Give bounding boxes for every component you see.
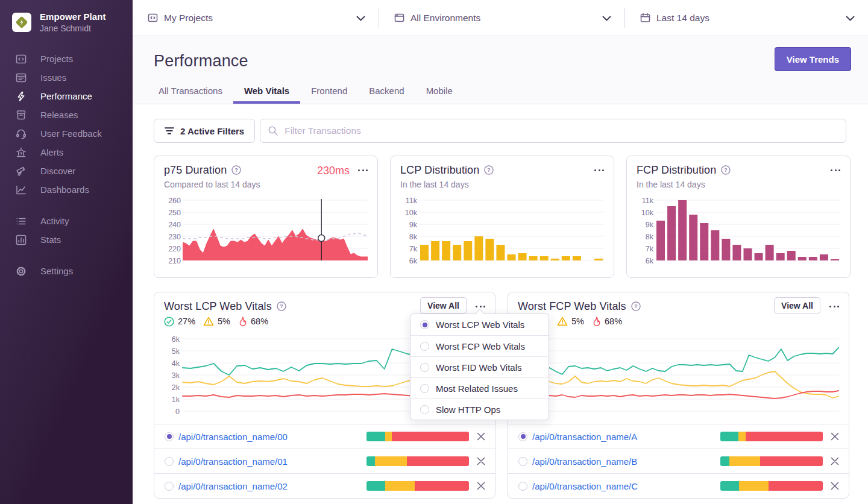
transaction-radio[interactable] bbox=[518, 457, 527, 466]
poor-vitals-badge: 68% bbox=[238, 317, 268, 327]
help-icon[interactable]: ? bbox=[277, 301, 286, 311]
transaction-radio[interactable] bbox=[165, 432, 174, 441]
svg-text:4k: 4k bbox=[172, 359, 180, 368]
sidebar-item-alerts[interactable]: Alerts bbox=[0, 143, 133, 162]
tab-all-transactions[interactable]: All Transactions bbox=[148, 86, 233, 104]
worst-fcp-chart: 6k5k4k3k2k1k0 bbox=[518, 334, 839, 418]
menu-item-most-related-issues[interactable]: Most Related Issues bbox=[410, 377, 549, 398]
help-icon[interactable]: ? bbox=[484, 165, 494, 175]
ellipsis-menu-icon[interactable] bbox=[358, 168, 368, 172]
svg-text:?: ? bbox=[280, 303, 283, 309]
view-trends-button[interactable]: View Trends bbox=[775, 47, 851, 71]
tab-frontend[interactable]: Frontend bbox=[300, 86, 358, 104]
menu-item-worst-lcp[interactable]: Worst LCP Web Vitals bbox=[410, 314, 549, 335]
sidebar-item-projects[interactable]: Projects bbox=[0, 49, 133, 68]
active-filters-button[interactable]: 2 Active Filters bbox=[154, 119, 255, 143]
sidebar-item-performance[interactable]: Performance bbox=[0, 87, 133, 106]
svg-text:7k: 7k bbox=[409, 245, 418, 253]
sidebar-item-issues[interactable]: Issues bbox=[0, 68, 133, 87]
close-icon[interactable] bbox=[830, 432, 840, 441]
ellipsis-menu-icon[interactable] bbox=[594, 168, 604, 172]
transaction-radio[interactable] bbox=[518, 482, 527, 491]
close-icon[interactable] bbox=[476, 432, 486, 441]
transaction-radio[interactable] bbox=[518, 432, 527, 441]
ellipsis-menu-icon[interactable] bbox=[831, 168, 840, 172]
svg-text:9k: 9k bbox=[409, 221, 418, 229]
project-filter-dropdown[interactable]: My Projects bbox=[133, 0, 379, 36]
tab-mobile[interactable]: Mobile bbox=[415, 86, 464, 104]
menu-radio bbox=[420, 405, 429, 414]
chevron-down-icon bbox=[356, 13, 365, 24]
menu-item-worst-fcp[interactable]: Worst FCP Web Vitals bbox=[410, 335, 549, 356]
close-icon[interactable] bbox=[476, 481, 486, 491]
close-icon[interactable] bbox=[830, 456, 840, 466]
transaction-link[interactable]: /api/0/transaction_name/C bbox=[532, 481, 638, 491]
performance-icon bbox=[16, 91, 27, 102]
transaction-link[interactable]: /api/0/transaction_name/A bbox=[532, 432, 637, 442]
app-root: Empower Plant Jane Schmidt Projects bbox=[0, 0, 868, 504]
ellipsis-menu-icon[interactable] bbox=[476, 304, 485, 308]
menu-radio bbox=[420, 363, 429, 372]
transaction-row: /api/0/transaction_name/02 bbox=[154, 473, 495, 498]
svg-text:10k: 10k bbox=[641, 209, 654, 217]
transaction-link[interactable]: /api/0/transaction_name/01 bbox=[178, 456, 288, 467]
sidebar-item-stats[interactable]: Stats bbox=[0, 230, 133, 249]
tab-web-vitals[interactable]: Web Vitals bbox=[233, 86, 300, 104]
chevron-down-icon bbox=[846, 13, 855, 24]
tab-backend[interactable]: Backend bbox=[358, 86, 415, 104]
user-name: Jane Schmidt bbox=[40, 24, 106, 33]
transaction-radio[interactable] bbox=[165, 457, 174, 466]
sidebar-item-label: Settings bbox=[40, 266, 73, 276]
transaction-link[interactable]: /api/0/transaction_name/02 bbox=[178, 481, 288, 491]
close-icon[interactable] bbox=[476, 456, 486, 466]
sidebar-item-user-feedback[interactable]: User Feedback bbox=[0, 124, 133, 143]
svg-text:11k: 11k bbox=[642, 197, 654, 205]
help-icon[interactable]: ? bbox=[721, 165, 731, 175]
sidebar-item-label: Performance bbox=[40, 91, 92, 101]
sidebar-item-settings[interactable]: Settings bbox=[0, 262, 133, 280]
sidebar-item-discover[interactable]: Discover bbox=[0, 162, 133, 180]
vitals-overview-grid: p75 Duration ? Compared to last 14 days … bbox=[154, 156, 846, 278]
topbar: My Projects All Environments bbox=[133, 0, 868, 36]
svg-text:11k: 11k bbox=[406, 197, 418, 205]
svg-text:0: 0 bbox=[175, 408, 180, 416]
card-subtitle: Compared to last 14 days bbox=[164, 180, 368, 189]
help-icon[interactable]: ? bbox=[231, 165, 241, 175]
tab-bar: All Transactions Web Vitals Frontend Bac… bbox=[148, 86, 464, 104]
sidebar-item-activity[interactable]: Activity bbox=[0, 212, 133, 230]
date-range-value: Last 14 days bbox=[656, 13, 846, 24]
transaction-link[interactable]: /api/0/transaction_name/B bbox=[532, 456, 637, 467]
search-input[interactable] bbox=[260, 119, 846, 143]
menu-item-worst-fid[interactable]: Worst FID Web Vitals bbox=[410, 356, 549, 377]
card-subtitle: In the last 14 days bbox=[400, 180, 604, 189]
view-all-button[interactable]: View All bbox=[420, 297, 467, 313]
sidebar-item-dashboards[interactable]: Dashboards bbox=[0, 180, 133, 199]
fcp-distribution-chart: 11k10k9k8k7k6k bbox=[637, 197, 840, 264]
svg-text:5k: 5k bbox=[172, 347, 180, 356]
sidebar-item-releases[interactable]: Releases bbox=[0, 106, 133, 124]
date-range-dropdown[interactable]: Last 14 days bbox=[625, 0, 868, 36]
transaction-link[interactable]: /api/0/transaction_name/00 bbox=[178, 432, 288, 442]
environment-filter-dropdown[interactable]: All Environments bbox=[379, 0, 624, 36]
svg-text:10k: 10k bbox=[405, 209, 418, 217]
svg-text:8k: 8k bbox=[409, 233, 418, 241]
close-icon[interactable] bbox=[830, 481, 840, 491]
transaction-row: /api/0/transaction_name/A bbox=[508, 424, 849, 449]
active-filters-label: 2 Active Filters bbox=[180, 126, 244, 136]
flame-icon bbox=[592, 317, 601, 327]
transaction-radio[interactable] bbox=[165, 482, 174, 491]
ellipsis-menu-icon[interactable] bbox=[829, 304, 839, 308]
project-filter-value: My Projects bbox=[164, 13, 356, 24]
view-all-button[interactable]: View All bbox=[774, 297, 820, 313]
svg-text:8k: 8k bbox=[646, 233, 654, 241]
sidebar-nav-tertiary: Settings bbox=[0, 262, 133, 280]
calendar-icon bbox=[640, 13, 650, 23]
sidebar-nav: Projects Issues Pe bbox=[0, 49, 133, 280]
help-icon[interactable]: ? bbox=[631, 301, 641, 311]
svg-text:2k: 2k bbox=[172, 383, 180, 392]
p75-value: 230ms bbox=[317, 165, 350, 177]
worst-fcp-card: Worst FCP Web Vitals ? 27% 5% bbox=[508, 292, 849, 499]
org-switcher[interactable]: Empower Plant Jane Schmidt bbox=[0, 0, 133, 33]
transaction-list: /api/0/transaction_name/00 /api/0/transa… bbox=[154, 424, 495, 498]
menu-item-slow-http-ops[interactable]: Slow HTTP Ops bbox=[410, 398, 549, 420]
